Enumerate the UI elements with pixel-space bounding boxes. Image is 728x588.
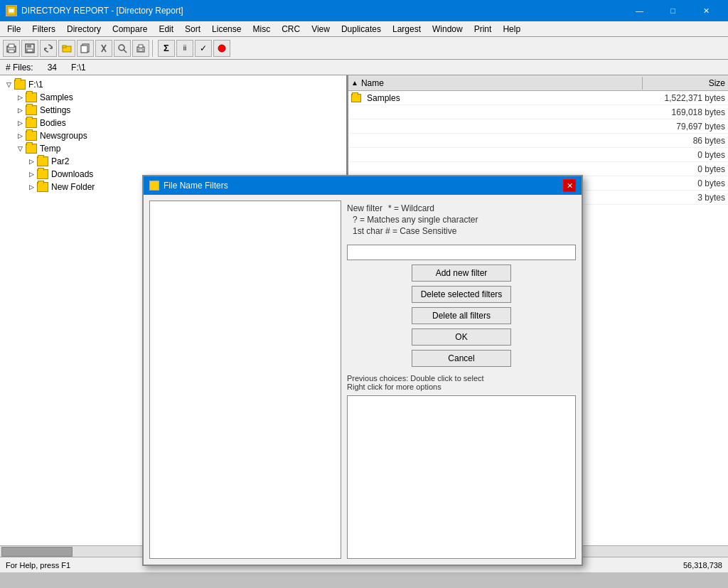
- new-filter-label: New filter: [347, 203, 382, 213]
- help-text: For Help, press F1: [6, 561, 70, 570]
- maximize-button[interactable]: □: [657, 4, 689, 18]
- minimize-button[interactable]: —: [623, 4, 655, 18]
- toolbar-cut-btn[interactable]: [95, 40, 112, 57]
- cancel-button[interactable]: Cancel: [412, 350, 511, 367]
- tree-root-label: F:\1: [28, 80, 43, 90]
- tree-expander-par2[interactable]: ▷: [26, 156, 37, 167]
- files-count: 34: [48, 63, 57, 73]
- file-size-0: 1,522,371 bytes: [640, 93, 725, 103]
- file-size-6: 0 bytes: [640, 178, 725, 188]
- toolbar-printer-btn[interactable]: [132, 40, 149, 57]
- file-row-5[interactable]: 0 bytes: [348, 162, 728, 176]
- tree-expander-settings[interactable]: ▷: [14, 105, 26, 116]
- menu-file[interactable]: File: [1, 21, 26, 36]
- tree-label-newfolder: New Folder: [51, 182, 95, 192]
- dialog-title-left: File Name Filters: [149, 181, 228, 191]
- size-value: 56,318,738: [683, 561, 722, 570]
- tree-item-settings[interactable]: ▷ Settings: [3, 104, 343, 117]
- tree-expander-temp[interactable]: ▽: [14, 143, 26, 154]
- filter-info-row-1: ? = Matches any single character: [347, 215, 576, 225]
- files-label: # Files:: [6, 63, 33, 73]
- toolbar-sigma-btn[interactable]: Σ: [158, 40, 175, 57]
- tree-item-par2[interactable]: ▷ Par2: [3, 155, 343, 168]
- filter-list-panel[interactable]: [149, 201, 341, 559]
- prev-choices-list[interactable]: [347, 395, 576, 559]
- file-name-filters-dialog[interactable]: File Name Filters ✕ New filter * = Wildc…: [142, 175, 583, 566]
- samples-folder-icon: [26, 92, 37, 102]
- title-bar: DIRECTORY REPORT - [Directory Report] — …: [0, 0, 728, 21]
- menu-window[interactable]: Window: [427, 21, 469, 36]
- file-size-5: 0 bytes: [640, 164, 725, 174]
- tree-expander-newfolder[interactable]: ▷: [26, 181, 37, 193]
- tree-root-expander[interactable]: ▽: [3, 79, 14, 90]
- tree-expander-samples[interactable]: ▷: [14, 92, 26, 103]
- par2-folder-icon: [37, 156, 48, 166]
- file-row-0[interactable]: Samples 1,522,371 bytes: [348, 91, 728, 105]
- col-name-header[interactable]: ▲ Name: [348, 77, 643, 90]
- settings-folder-icon: [26, 105, 37, 115]
- file-size-1: 169,018 bytes: [640, 107, 725, 117]
- toolbar-print-btn[interactable]: [3, 40, 20, 57]
- menu-compare[interactable]: Compare: [107, 21, 153, 36]
- delete-selected-button[interactable]: Delete selected filters: [412, 286, 511, 303]
- svg-rect-11: [81, 46, 87, 53]
- toolbar-check-btn[interactable]: ✓: [195, 40, 212, 57]
- app-title: DIRECTORY REPORT - [Directory Report]: [21, 6, 183, 16]
- svg-line-15: [124, 50, 127, 53]
- file-row-3[interactable]: 86 bytes: [348, 134, 728, 148]
- dialog-icon: [149, 181, 159, 191]
- menu-print[interactable]: Print: [469, 21, 498, 36]
- svg-rect-18: [139, 49, 143, 51]
- tree-label-bodies: Bodies: [40, 118, 66, 128]
- hint-wildcard: * = Wildcard: [388, 203, 434, 213]
- menu-view[interactable]: View: [306, 21, 336, 36]
- ok-button[interactable]: OK: [412, 328, 511, 346]
- toolbar-copy-btn[interactable]: [77, 40, 94, 57]
- menu-filters[interactable]: Filters: [26, 21, 61, 36]
- menu-crc[interactable]: CRC: [276, 21, 306, 36]
- toolbar-save-btn[interactable]: [21, 40, 38, 57]
- file-row-4[interactable]: 0 bytes: [348, 148, 728, 162]
- current-path: F:\1: [71, 63, 86, 73]
- col-name-label: Name: [361, 78, 384, 88]
- menu-misc[interactable]: Misc: [247, 21, 276, 36]
- tree-item-temp[interactable]: ▽ Temp: [3, 142, 343, 155]
- menu-directory[interactable]: Directory: [61, 21, 107, 36]
- app-icon: [6, 5, 17, 16]
- menu-duplicates[interactable]: Duplicates: [336, 21, 387, 36]
- menu-help[interactable]: Help: [497, 21, 526, 36]
- prev-choices-label: Previous choices: Double click to select…: [347, 374, 576, 391]
- col-size-header[interactable]: Size: [643, 77, 728, 90]
- tree-label-settings: Settings: [40, 105, 70, 115]
- h-scrollbar-thumb[interactable]: [1, 547, 73, 557]
- title-bar-left: DIRECTORY REPORT - [Directory Report]: [6, 5, 183, 16]
- menu-edit[interactable]: Edit: [153, 21, 179, 36]
- close-button[interactable]: ✕: [690, 4, 722, 18]
- tree-item-samples[interactable]: ▷ Samples: [3, 91, 343, 104]
- main-area: ▽ F:\1 ▷ Samples ▷ Settings ▷ Bodies ▷ N…: [0, 75, 728, 572]
- file-row-2[interactable]: 79,697 bytes: [348, 119, 728, 134]
- menu-largest[interactable]: Largest: [387, 21, 427, 36]
- tree-label-newsgroups: Newsgroups: [40, 131, 87, 141]
- tree-expander-bodies[interactable]: ▷: [14, 117, 26, 129]
- tree-item-newsgroups[interactable]: ▷ Newsgroups: [3, 129, 343, 142]
- file-row-1[interactable]: 169,018 bytes: [348, 105, 728, 119]
- add-filter-button[interactable]: Add new filter: [412, 264, 511, 282]
- menu-license[interactable]: License: [206, 21, 247, 36]
- toolbar-separator-1: [152, 40, 155, 57]
- bodies-folder-icon: [26, 118, 37, 128]
- toolbar-record-btn[interactable]: [213, 40, 230, 57]
- menu-sort[interactable]: Sort: [179, 21, 206, 36]
- tree-item-bodies[interactable]: ▷ Bodies: [3, 117, 343, 129]
- tree-expander-newsgroups[interactable]: ▷: [14, 130, 26, 141]
- toolbar-open-btn[interactable]: [58, 40, 75, 57]
- dialog-close-button[interactable]: ✕: [563, 179, 576, 192]
- tree-root[interactable]: ▽ F:\1: [3, 78, 343, 91]
- filter-input[interactable]: [347, 245, 576, 260]
- toolbar-refresh-btn[interactable]: [40, 40, 57, 57]
- toolbar-search-btn[interactable]: [114, 40, 131, 57]
- toolbar-sort-btn[interactable]: ii: [176, 40, 193, 57]
- filter-hints: New filter * = Wildcard ? = Matches any …: [347, 201, 576, 240]
- tree-expander-downloads[interactable]: ▷: [26, 169, 37, 180]
- delete-all-button[interactable]: Delete all filters: [412, 307, 511, 324]
